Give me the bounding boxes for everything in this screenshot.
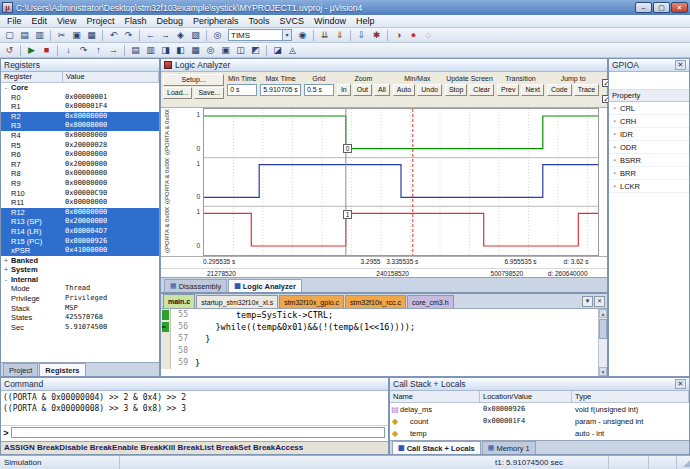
register-row-r7[interactable]: R70x20000000	[1, 160, 159, 170]
expression-combo[interactable]: TIMS▾	[228, 29, 292, 41]
register-row-r10[interactable]: R100x00000C90	[1, 189, 159, 199]
register-row-r8[interactable]: R80x00000000	[1, 169, 159, 179]
register-row-r13-sp[interactable]: R13 (SP)0x200000B0	[1, 217, 159, 227]
register-row-internal[interactable]: -Internal	[1, 275, 159, 285]
scroll-up-icon[interactable]: ▲	[599, 309, 607, 318]
title-bar[interactable]: µ C:\Users\Administrator\Desktop\stm32f1…	[0, 0, 690, 15]
gpio-property-crh[interactable]: ▪CRH	[609, 115, 689, 128]
editor-scrollbar[interactable]: ▲ ▼	[598, 309, 607, 376]
tab-project[interactable]: Project	[3, 363, 38, 376]
toolbox-icon[interactable]: ◬	[286, 44, 299, 57]
gpio-property-lckr[interactable]: ▪LCKR	[609, 180, 689, 193]
code-line-56[interactable]: ►56 }while((temp&0x01)&&(!(temp&(1<<16))…	[161, 321, 598, 333]
new-file-icon[interactable]: ▢	[3, 29, 16, 42]
save-icon[interactable]: ▥	[33, 29, 46, 42]
la-button-auto[interactable]: Auto	[393, 84, 415, 96]
la-button-out[interactable]: Out	[353, 84, 372, 96]
debug-session-icon[interactable]: ◑	[392, 29, 405, 42]
register-row-states[interactable]: States425570768	[1, 313, 159, 323]
run-to-cursor-icon[interactable]: →	[107, 44, 120, 57]
menu-flash[interactable]: Flash	[119, 15, 151, 27]
menu-file[interactable]: File	[2, 15, 27, 27]
disassembly-window-icon[interactable]: ▥	[144, 44, 157, 57]
insert-breakpoint-icon[interactable]: ●	[407, 29, 420, 42]
menu-window[interactable]: Window	[309, 15, 351, 27]
bookmark-icon[interactable]: ◈	[174, 29, 187, 42]
memory-window-icon[interactable]: ▣	[219, 44, 232, 57]
tree-expander-icon[interactable]: +	[1, 265, 11, 275]
gpio-property-crl[interactable]: ▪CRL	[609, 102, 689, 115]
system-viewer-icon[interactable]: ◪	[271, 44, 284, 57]
register-row-system[interactable]: +System	[1, 265, 159, 275]
la-save-button[interactable]: Save...	[194, 87, 224, 99]
gpio-property-odr[interactable]: ▪ODR	[609, 141, 689, 154]
menu-svcs[interactable]: SVCS	[275, 15, 310, 27]
callstack-row-delay-ms[interactable]: ▤delay_ms0x08000926void f(unsigned int)	[390, 403, 689, 415]
register-row-r0[interactable]: R00x00000001	[1, 93, 159, 103]
comment-icon[interactable]: ▧	[189, 29, 202, 42]
watch-window-icon[interactable]: ◎	[204, 44, 217, 57]
register-row-r12[interactable]: R120x00000000	[1, 208, 159, 218]
navigate-forward-icon[interactable]: →	[159, 29, 172, 42]
register-row-r3[interactable]: R30x8000B000	[1, 121, 159, 131]
la-button-code[interactable]: Code	[547, 84, 572, 96]
register-row-banked[interactable]: +Banked	[1, 256, 159, 266]
register-row-r1[interactable]: R10x000001F4	[1, 102, 159, 112]
registers-window-icon[interactable]: ◧	[174, 44, 187, 57]
serial-window-icon[interactable]: ◫	[234, 44, 247, 57]
step-out-icon[interactable]: ↑	[92, 44, 105, 57]
la-setup-button[interactable]: Setup...	[163, 74, 224, 86]
tree-expander-icon[interactable]: -	[1, 275, 11, 285]
code-line-59[interactable]: 59}	[161, 357, 598, 369]
redo-icon[interactable]: ↷	[122, 29, 135, 42]
command-window-icon[interactable]: ▤	[129, 44, 142, 57]
la-button-next[interactable]: Next	[521, 84, 543, 96]
la-load-button[interactable]: Load...	[163, 87, 192, 99]
la-button-all[interactable]: All	[374, 84, 390, 96]
reset-icon[interactable]: ↺	[3, 44, 16, 57]
run-icon[interactable]: ▶	[25, 44, 38, 57]
register-row-privilege[interactable]: PrivilegePrivileged	[1, 294, 159, 304]
scroll-down-icon[interactable]: ▼	[599, 367, 607, 376]
kill-breakpoints-icon[interactable]: ◌	[422, 29, 435, 42]
close-button[interactable]: ✕	[671, 2, 688, 13]
gpioa-close-icon[interactable]: ✕	[675, 60, 686, 70]
register-row-xpsr[interactable]: xPSR0x41000000	[1, 246, 159, 256]
la-button-clear[interactable]: Clear	[469, 84, 494, 96]
step-over-icon[interactable]: ↷	[77, 44, 90, 57]
callstack-column-location-value[interactable]: Location/Value	[480, 391, 572, 402]
waveform-plot[interactable]: 01	[203, 108, 599, 256]
register-row-r6[interactable]: R60x00000000	[1, 150, 159, 160]
tab-scroll-icon[interactable]: ▼	[582, 296, 593, 307]
code-line-57[interactable]: 57 }	[161, 333, 598, 345]
rebuild-icon[interactable]: ⇓	[333, 29, 346, 42]
register-row-mode[interactable]: ModeThread	[1, 284, 159, 294]
open-file-icon[interactable]: ▤	[18, 29, 31, 42]
register-row-r4[interactable]: R40x00000000	[1, 131, 159, 141]
editor-tab-main-c[interactable]: main.c	[163, 294, 195, 308]
menu-project[interactable]: Project	[81, 15, 119, 27]
target-options-icon[interactable]: ✱	[370, 29, 383, 42]
register-row-r14-lr[interactable]: R14 (LR)0x080004D7	[1, 227, 159, 237]
callstack-column-type[interactable]: Type	[572, 391, 689, 402]
code-line-58[interactable]: 58	[161, 345, 598, 357]
la-value-grid[interactable]: 0.5 s	[304, 84, 334, 96]
find-in-files-icon[interactable]: ◉	[296, 29, 309, 42]
tab-disassembly[interactable]: ▦Disassembly	[164, 279, 227, 292]
register-row-sec[interactable]: Sec5.91074500	[1, 323, 159, 333]
register-row-r5[interactable]: R50x20000028	[1, 141, 159, 151]
la-button-in[interactable]: In	[337, 84, 351, 96]
tab-memory-1[interactable]: ▦Memory 1	[482, 441, 536, 454]
logic-analyzer-window-icon[interactable]: ◩	[249, 44, 262, 57]
gpio-property-idr[interactable]: ▪IDR	[609, 128, 689, 141]
register-row-r11[interactable]: R110x00000000	[1, 198, 159, 208]
minimize-button[interactable]: –	[635, 2, 652, 13]
code-area[interactable]: 55 temp=SysTick->CTRL;►56 }while((temp&0…	[161, 309, 598, 376]
maximize-button[interactable]: ▢	[653, 2, 670, 13]
find-icon[interactable]: ◎	[211, 29, 224, 42]
la-button-undo[interactable]: Undo	[417, 84, 442, 96]
la-button-prev[interactable]: Prev	[497, 84, 519, 96]
menu-help[interactable]: Help	[351, 15, 380, 27]
la-value-max-time[interactable]: 5.910705 s	[260, 84, 301, 96]
editor-tab-stm32f10x-rcc-c[interactable]: stm32f10x_rcc.c	[345, 295, 406, 308]
